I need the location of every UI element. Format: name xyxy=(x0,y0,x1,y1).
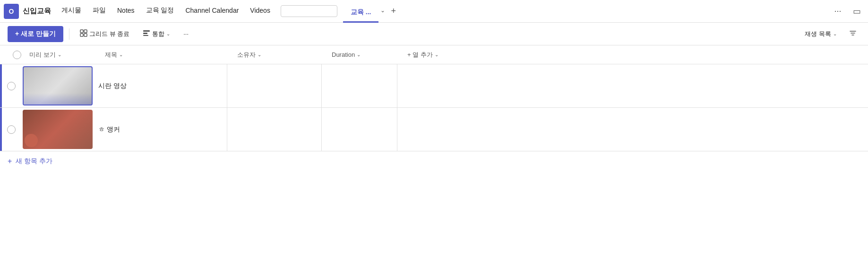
thumbnail-image xyxy=(23,66,93,105)
col-add-header: + 열 추가 ⌄ xyxy=(404,49,860,61)
add-item-row[interactable]: + 새 항목 추가 xyxy=(0,151,868,171)
merge-btn[interactable]: 통합 ⌄ xyxy=(138,26,175,41)
svg-rect-2 xyxy=(80,34,83,36)
preview-sort-icon: ⌄ xyxy=(58,52,61,57)
column-headers: 미리 보기 ⌄ 제목 ⌄ 소유자 ⌄ Duration ⌄ + 열 추가 xyxy=(0,45,868,64)
col-owner-header: 소유자 ⌄ xyxy=(234,49,329,61)
filter-icon xyxy=(849,29,857,39)
nav-right: ··· ▭ xyxy=(830,4,864,19)
svg-rect-3 xyxy=(84,34,87,36)
toolbar: + 새로 만들기 ​ 그리드 뷰 종료 통합 ⌄ ··· 재생 목록 xyxy=(0,23,868,45)
content-area: 미리 보기 ⌄ 제목 ⌄ 소유자 ⌄ Duration ⌄ + 열 추가 xyxy=(0,45,868,263)
grid-view-btn[interactable]: ​ 그리드 뷰 종료 xyxy=(75,26,134,41)
table-row[interactable]: 시란 영상 xyxy=(0,64,868,108)
header-checkbox-area xyxy=(8,51,26,59)
nav-item-schedule[interactable]: 교육 일정 xyxy=(141,0,179,23)
playlist-chevron-icon: ⌄ xyxy=(833,31,837,36)
row-title: ㅎ 앵커 xyxy=(98,125,120,134)
playlist-btn[interactable]: 재생 목록 ⌄ xyxy=(800,27,842,41)
owner-column-header[interactable]: 소유자 ⌄ xyxy=(234,49,329,61)
filter-btn[interactable] xyxy=(845,26,860,42)
row-title: 시란 영상 xyxy=(98,82,127,90)
row-thumbnail-cell xyxy=(21,64,95,107)
svg-rect-4 xyxy=(143,30,150,32)
owner-sort-icon: ⌄ xyxy=(258,52,261,57)
col-preview-header: 미리 보기 ⌄ xyxy=(26,49,102,61)
nav-item-posts[interactable]: 게시물 xyxy=(57,0,86,23)
header-checkbox[interactable] xyxy=(13,51,21,59)
add-column-header[interactable]: + 열 추가 ⌄ xyxy=(404,49,860,61)
svg-rect-1 xyxy=(84,30,87,33)
toolbar-right: 재생 목록 ⌄ xyxy=(800,26,860,42)
nav-item-notes[interactable]: Notes xyxy=(112,0,139,23)
nav-window-btn[interactable]: ▭ xyxy=(849,4,864,19)
toolbar-separator xyxy=(69,28,69,40)
row-title-cell: 시란 영상 xyxy=(95,64,227,107)
top-nav: O 신입교육 게시물 파일 Notes 교육 일정 Channel Calend… xyxy=(0,0,868,23)
svg-rect-0 xyxy=(80,30,83,33)
grid-icon: ​ xyxy=(80,29,87,38)
add-item-icon: + xyxy=(8,157,12,166)
tab-active-area: 교육 ... xyxy=(343,0,379,23)
col-title-header: 제목 ⌄ xyxy=(102,49,234,61)
duration-column-header[interactable]: Duration ⌄ xyxy=(329,49,404,60)
svg-rect-5 xyxy=(143,33,147,34)
title-sort-icon: ⌄ xyxy=(119,52,123,57)
add-item-label: 새 항목 추가 xyxy=(16,157,52,166)
nav-more-btn[interactable]: ··· xyxy=(830,4,845,19)
row-owner-cell xyxy=(227,64,321,107)
merge-chevron-icon: ⌄ xyxy=(166,31,170,36)
row-owner-cell xyxy=(227,108,321,151)
row-extra-cell xyxy=(397,108,868,151)
title-column-header[interactable]: 제목 ⌄ xyxy=(102,49,234,61)
table-row[interactable]: ㅎ 앵커 xyxy=(0,108,868,151)
new-button[interactable]: + 새로 만들기 xyxy=(8,26,63,42)
row-extra-cell xyxy=(397,64,868,107)
col-duration-header: Duration ⌄ xyxy=(329,49,404,60)
merge-icon xyxy=(143,29,150,38)
add-tab-btn[interactable]: + xyxy=(387,0,400,23)
preview-column-header[interactable]: 미리 보기 ⌄ xyxy=(26,49,102,61)
add-col-chevron-icon: ⌄ xyxy=(435,52,438,57)
row-thumbnail-cell xyxy=(21,108,95,151)
channel-name: 신입교육 xyxy=(23,7,51,16)
duration-sort-icon: ⌄ xyxy=(357,52,361,57)
row-title-cell: ㅎ 앵커 xyxy=(95,108,227,151)
app-icon: O xyxy=(4,4,19,19)
tab-search-input[interactable] xyxy=(281,5,337,17)
tab-dropdown-btn[interactable]: ⌄ xyxy=(380,0,385,23)
nav-item-calendar[interactable]: Channel Calendar xyxy=(180,0,243,23)
row-checkbox-cell xyxy=(2,108,21,151)
nav-item-files[interactable]: 파일 xyxy=(88,0,111,23)
row-checkbox[interactable] xyxy=(7,82,16,90)
nav-item-videos[interactable]: Videos xyxy=(245,0,275,23)
row-duration-cell xyxy=(321,108,397,151)
svg-rect-6 xyxy=(143,35,148,36)
row-checkbox-cell xyxy=(2,64,21,107)
tab-active[interactable]: 교육 ... xyxy=(343,8,379,23)
toolbar-more-btn[interactable]: ··· xyxy=(179,27,193,40)
thumbnail-image xyxy=(23,110,93,149)
row-duration-cell xyxy=(321,64,397,107)
tab-search-area xyxy=(281,5,337,17)
row-checkbox[interactable] xyxy=(7,125,16,134)
